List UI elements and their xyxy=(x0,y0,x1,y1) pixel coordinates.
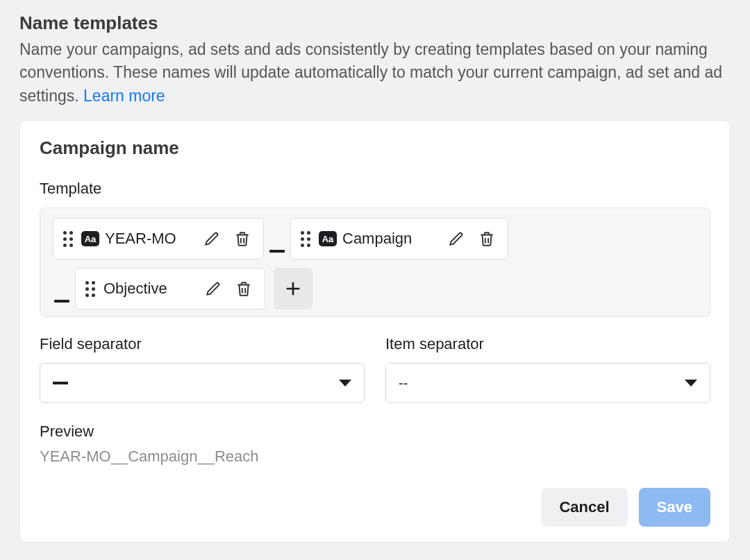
add-token-button[interactable] xyxy=(274,268,312,309)
chevron-down-icon xyxy=(685,380,697,387)
field-separator-value-icon xyxy=(53,382,68,384)
chevron-down-icon xyxy=(339,380,351,387)
token-label: YEAR-MO xyxy=(105,230,176,248)
section-title: Campaign name xyxy=(40,137,710,159)
custom-text-badge-icon: Aa xyxy=(319,231,337,246)
learn-more-link[interactable]: Learn more xyxy=(83,87,165,105)
page-description: Name your campaigns, ad sets and ads con… xyxy=(19,38,731,108)
template-token[interactable]: Objective xyxy=(75,268,265,309)
trash-icon[interactable] xyxy=(233,278,255,300)
campaign-name-card: Campaign name Template Aa YEAR-MO xyxy=(19,120,731,543)
edit-icon[interactable] xyxy=(445,228,467,250)
edit-icon[interactable] xyxy=(201,228,223,250)
item-separator-label: Item separator xyxy=(385,335,710,353)
template-token[interactable]: Aa YEAR-MO xyxy=(53,218,264,260)
custom-text-badge-icon: Aa xyxy=(81,231,99,246)
page-title: Name templates xyxy=(19,12,731,34)
save-button[interactable]: Save xyxy=(639,488,710,527)
token-label: Objective xyxy=(103,280,167,298)
field-separator-select[interactable] xyxy=(40,363,365,403)
cancel-button[interactable]: Cancel xyxy=(541,488,627,527)
separator-icon xyxy=(269,250,285,253)
drag-handle-icon[interactable] xyxy=(301,231,310,247)
trash-icon[interactable] xyxy=(231,228,253,250)
item-separator-value: -- xyxy=(399,375,408,391)
separator-icon xyxy=(54,300,69,303)
trash-icon[interactable] xyxy=(476,228,498,250)
preview-value: YEAR-MO__Campaign__Reach xyxy=(40,448,710,466)
preview-label: Preview xyxy=(40,423,710,441)
edit-icon[interactable] xyxy=(202,278,224,300)
template-label: Template xyxy=(40,180,710,198)
item-separator-select[interactable]: -- xyxy=(385,363,710,403)
drag-handle-icon[interactable] xyxy=(85,281,95,297)
token-label: Campaign xyxy=(342,230,412,248)
template-token[interactable]: Aa Campaign xyxy=(290,218,508,260)
template-builder: Aa YEAR-MO Aa Campaign xyxy=(40,207,710,317)
field-separator-label: Field separator xyxy=(40,335,365,353)
drag-handle-icon[interactable] xyxy=(63,231,73,247)
